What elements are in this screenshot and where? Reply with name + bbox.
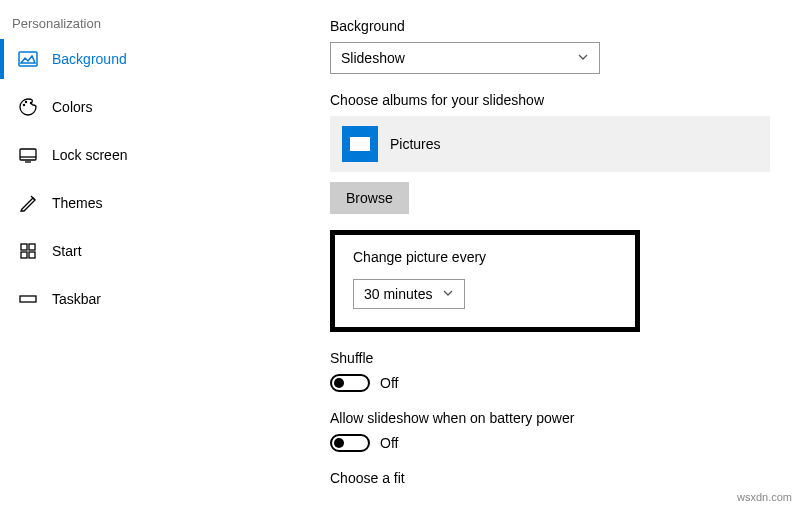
svg-rect-9: [21, 252, 27, 258]
svg-rect-11: [20, 296, 36, 302]
chevron-down-icon: [442, 286, 454, 302]
interval-label: Change picture every: [353, 249, 617, 265]
shuffle-label: Shuffle: [330, 350, 780, 366]
svg-point-2: [25, 101, 27, 103]
colors-icon: [18, 97, 38, 117]
album-thumb-icon: [342, 126, 378, 162]
sidebar-item-themes[interactable]: Themes: [10, 183, 250, 223]
svg-point-3: [30, 102, 32, 104]
albums-label: Choose albums for your slideshow: [330, 92, 780, 108]
toggle-knob: [334, 438, 344, 448]
background-dropdown[interactable]: Slideshow: [330, 42, 600, 74]
background-dropdown-value: Slideshow: [341, 50, 405, 66]
sidebar-item-label: Background: [52, 51, 127, 67]
taskbar-icon: [18, 289, 38, 309]
svg-rect-4: [20, 149, 36, 160]
lockscreen-icon: [18, 145, 38, 165]
shuffle-toggle[interactable]: [330, 374, 370, 392]
browse-button[interactable]: Browse: [330, 182, 409, 214]
sidebar-item-label: Start: [52, 243, 82, 259]
svg-rect-0: [19, 52, 37, 66]
chevron-down-icon: [577, 50, 589, 66]
battery-state: Off: [380, 435, 398, 451]
svg-rect-10: [29, 252, 35, 258]
sidebar-item-lockscreen[interactable]: Lock screen: [10, 135, 250, 175]
svg-point-1: [23, 104, 25, 106]
background-icon: [18, 49, 38, 69]
fit-label: Choose a fit: [330, 470, 780, 486]
themes-icon: [18, 193, 38, 213]
shuffle-state: Off: [380, 375, 398, 391]
sidebar-item-background[interactable]: Background: [10, 39, 250, 79]
toggle-knob: [334, 378, 344, 388]
svg-rect-8: [29, 244, 35, 250]
sidebar-item-label: Themes: [52, 195, 103, 211]
sidebar-item-taskbar[interactable]: Taskbar: [10, 279, 250, 319]
interval-dropdown[interactable]: 30 minutes: [353, 279, 465, 309]
change-picture-highlight: Change picture every 30 minutes: [330, 230, 640, 332]
background-label: Background: [330, 18, 780, 34]
main-content: Background Slideshow Choose albums for y…: [250, 0, 800, 507]
sidebar-header: Personalization: [10, 12, 250, 39]
interval-dropdown-value: 30 minutes: [364, 286, 432, 302]
sidebar-item-label: Taskbar: [52, 291, 101, 307]
watermark-text: wsxdn.com: [737, 491, 792, 503]
sidebar-item-label: Lock screen: [52, 147, 127, 163]
sidebar: Personalization Background Colors Lock s…: [0, 0, 250, 507]
svg-rect-7: [21, 244, 27, 250]
start-icon: [18, 241, 38, 261]
album-name: Pictures: [390, 136, 441, 152]
battery-toggle[interactable]: [330, 434, 370, 452]
sidebar-item-label: Colors: [52, 99, 92, 115]
battery-label: Allow slideshow when on battery power: [330, 410, 780, 426]
album-item[interactable]: Pictures: [330, 116, 770, 172]
sidebar-item-start[interactable]: Start: [10, 231, 250, 271]
sidebar-item-colors[interactable]: Colors: [10, 87, 250, 127]
